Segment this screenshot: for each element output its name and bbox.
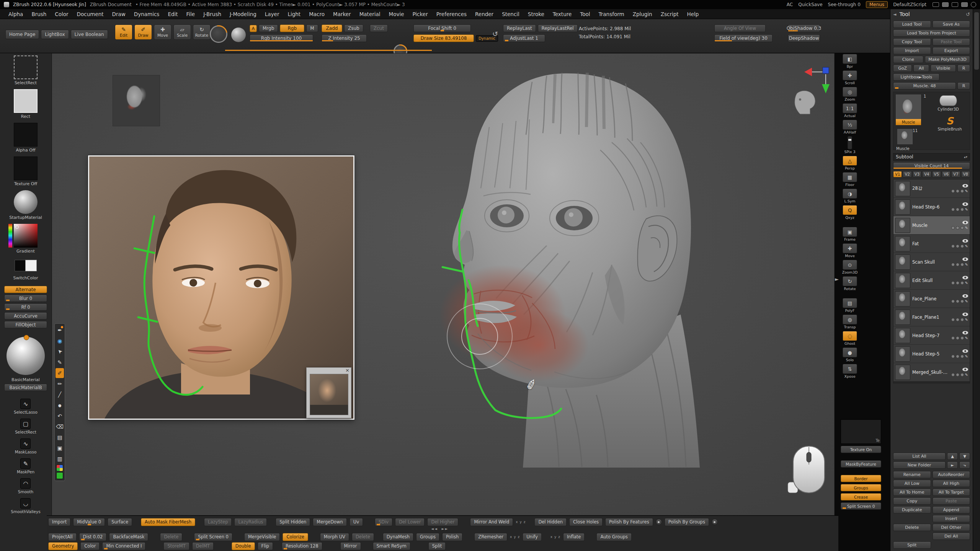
- panel-refresh-icon[interactable]: ↺: [966, 11, 970, 17]
- bottom-button[interactable]: Auto Groups: [596, 533, 631, 541]
- right-shelf-button[interactable]: ◑ L.Sym: [841, 189, 859, 203]
- tool-thumb-simplebrush[interactable]: S SimpleBrush: [933, 116, 966, 131]
- color-a-chip[interactable]: A: [250, 25, 257, 32]
- panel-scroll-arrows[interactable]: ◄◄ ►►: [431, 527, 448, 531]
- tool-thumb-muscle[interactable]: 1 Muscle: [896, 95, 921, 125]
- bottom-button[interactable]: Mirror And Weld: [470, 518, 513, 526]
- menu-item[interactable]: Brush: [28, 10, 50, 18]
- goz-r-button[interactable]: R: [957, 65, 970, 72]
- import-button[interactable]: Import: [893, 47, 931, 54]
- subtool-toggle-dot[interactable]: [956, 226, 959, 230]
- bottom-button[interactable]: MergeVisible: [244, 533, 280, 541]
- subtool-row[interactable]: 28강: [893, 179, 970, 198]
- clipboard-icon[interactable]: ▥: [56, 454, 64, 464]
- right-shelf-button[interactable]: ◌ Ghost: [841, 331, 859, 346]
- bottom-button[interactable]: [712, 519, 718, 525]
- zsub-button[interactable]: Zsub: [344, 24, 363, 32]
- reference-popup[interactable]: ×: [306, 367, 351, 418]
- sidebar-picker[interactable]: Alpha Off: [14, 123, 38, 153]
- polypaint-brush-icon[interactable]: [965, 354, 968, 359]
- subtool-toggle-dot[interactable]: [951, 336, 955, 340]
- bottom-button[interactable]: ZRemesher: [474, 533, 507, 541]
- quick-brush[interactable]: ◡ SmoothValleys: [11, 498, 40, 518]
- bottom-button[interactable]: Uv: [350, 518, 363, 526]
- bottom-button[interactable]: Morph UV: [320, 533, 349, 541]
- goz-all-button[interactable]: All: [913, 65, 929, 72]
- keyboard-icon[interactable]: [961, 2, 968, 7]
- transform-mode-button[interactable]: ✐ Draw: [134, 24, 152, 40]
- visibility-eye-icon[interactable]: [962, 184, 968, 187]
- palette-icon[interactable]: [56, 465, 63, 471]
- sidebar-picker[interactable]: Gradient: [14, 224, 38, 254]
- transform-mode-button[interactable]: ▱ Scale: [173, 24, 191, 40]
- menu-item[interactable]: Stroke: [524, 10, 548, 18]
- bottom-button[interactable]: Dist 0.02: [79, 533, 107, 541]
- undo-icon[interactable]: ↶: [56, 411, 64, 421]
- tool-slider-r-button[interactable]: R: [957, 82, 970, 90]
- subtool-toggle-dot[interactable]: [960, 336, 964, 340]
- bottom-button[interactable]: Split Hidden: [276, 518, 310, 526]
- shelf-nav-button[interactable]: Live Boolean: [71, 30, 108, 39]
- right-shelf-button[interactable]: ◎ Zoom: [841, 87, 859, 101]
- subtool-toggle-dot[interactable]: [960, 208, 964, 211]
- copy-tool-button[interactable]: Copy Tool: [893, 38, 931, 46]
- titlebar-button[interactable]: See-through 0: [828, 2, 861, 7]
- menu-item[interactable]: J-Brush: [199, 10, 225, 18]
- menu-item[interactable]: Marker: [329, 10, 355, 18]
- menu-item[interactable]: Render: [471, 10, 497, 18]
- subtool-toggle-dot[interactable]: [960, 300, 964, 303]
- subtool-row[interactable]: Edit Skull: [893, 271, 970, 290]
- right-shelf-button[interactable]: ▦ Floor: [841, 172, 859, 187]
- adjust-last-slider[interactable]: AdjustLast 1: [503, 34, 545, 42]
- subtool-toggle-dot[interactable]: [956, 263, 959, 266]
- subtool-action-button[interactable]: Duplicate: [893, 506, 931, 514]
- subtool-action-button[interactable]: Copy: [893, 497, 931, 505]
- transform-mode-button[interactable]: ✎ Edit: [115, 24, 132, 40]
- menu-item[interactable]: Preferences: [433, 10, 470, 18]
- bottom-button[interactable]: Geometry: [48, 542, 78, 550]
- subtool-toggle-dot[interactable]: [956, 318, 959, 321]
- right-shelf-button[interactable]: ✚ Scroll: [841, 70, 859, 85]
- texture-on-button[interactable]: Texture On: [841, 446, 881, 453]
- visibility-eye-icon[interactable]: [962, 239, 968, 243]
- right-shelf-button[interactable]: ⊙ Zoom3D: [841, 260, 859, 274]
- texture-preview[interactable]: Te: [841, 419, 881, 444]
- visibility-eye-icon[interactable]: [962, 294, 968, 298]
- fillobject-button[interactable]: FillObject: [4, 321, 47, 328]
- list-all-button[interactable]: List All: [893, 453, 946, 460]
- subtool-toggle-dot[interactable]: [960, 263, 964, 266]
- visibility-eye-icon[interactable]: [962, 368, 968, 371]
- subtool-action-button[interactable]: Del Other: [933, 524, 970, 531]
- visibility-eye-icon[interactable]: [962, 313, 968, 316]
- menu-item[interactable]: Dynamics: [130, 10, 163, 18]
- right-shelf-button[interactable]: Q Qxyz: [841, 205, 859, 220]
- menu-item[interactable]: Zscript: [657, 10, 683, 18]
- load-tool-button[interactable]: Load Tool: [893, 21, 931, 28]
- image-icon[interactable]: ▣: [56, 443, 64, 453]
- bottom-button[interactable]: x y z: [516, 518, 526, 526]
- printer-icon[interactable]: ▤: [56, 432, 64, 442]
- move-into-folder-icon-button[interactable]: [959, 461, 970, 469]
- subtool-toggle-dot[interactable]: [960, 318, 964, 321]
- bottom-button[interactable]: Del Higher: [427, 518, 458, 526]
- highlighter-icon[interactable]: ✐: [56, 368, 64, 378]
- polypaint-brush-icon[interactable]: [965, 244, 968, 248]
- subtool-action-button[interactable]: Append: [933, 506, 970, 514]
- polypaint-brush-icon[interactable]: [965, 207, 968, 212]
- bottom-button[interactable]: x y z: [510, 533, 520, 541]
- subtool-toggle-dot[interactable]: [960, 373, 964, 377]
- section-scroll-icons[interactable]: [964, 155, 967, 159]
- line-icon[interactable]: ╱: [56, 390, 64, 399]
- mask-by-feature-button[interactable]: MaskByFeature: [841, 460, 881, 468]
- angle-of-view-button[interactable]: Angle Of View: [714, 24, 766, 32]
- right-shelf-button[interactable]: 1:1 Actual: [841, 103, 859, 118]
- move-down-icon-button[interactable]: [959, 453, 970, 460]
- menu-item[interactable]: Help: [683, 10, 703, 18]
- menu-item[interactable]: Texture: [549, 10, 575, 18]
- subtool-version-tab[interactable]: V5: [932, 171, 941, 178]
- subtool-row[interactable]: Scan Skull: [893, 253, 970, 271]
- visibility-eye-icon[interactable]: [962, 258, 968, 261]
- active-brush-preview[interactable]: [210, 25, 227, 43]
- subtool-toggle-dot[interactable]: [951, 263, 955, 266]
- shelf-material-sphere[interactable]: [231, 28, 246, 42]
